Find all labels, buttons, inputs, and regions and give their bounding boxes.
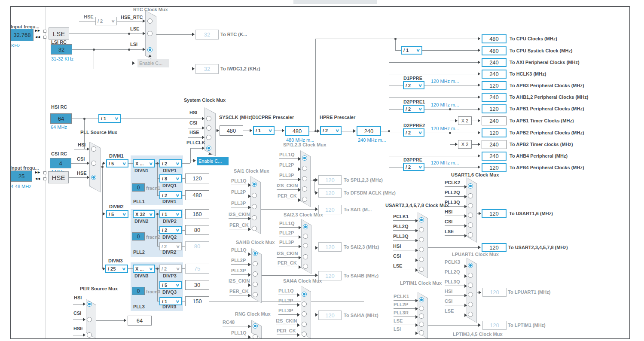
lse-input-frequency[interactable]: 32.768 <box>11 29 34 41</box>
sai4b-radio-pll2p[interactable] <box>253 261 258 266</box>
pll3-p-value[interactable]: 75 <box>185 264 209 274</box>
d3ppre-dropdown[interactable]: / 2∨ <box>403 163 424 171</box>
d1cpre-value[interactable]: 480 <box>285 126 309 136</box>
lpuart1-radio-lse[interactable] <box>468 312 473 317</box>
usart16-radio-pll3q[interactable] <box>468 203 473 208</box>
sys-radio-csi[interactable] <box>206 125 211 131</box>
pllsrc-radio-csi[interactable] <box>91 161 96 166</box>
pll1-r-value[interactable]: 480 <box>185 190 209 200</box>
sys-radio-hsi[interactable] <box>206 116 211 121</box>
d2ppre2-dropdown[interactable]: / 2∨ <box>403 128 424 137</box>
to-spi-value[interactable]: 120 <box>318 175 342 185</box>
to-dfsdm-value[interactable]: 120 <box>318 188 342 198</box>
sai1-radio-pll2p[interactable] <box>252 193 257 198</box>
to-lptim1-value[interactable]: 120 <box>482 321 507 330</box>
hse-input-frequency[interactable]: 25 <box>11 170 32 182</box>
to-rtc-value[interactable]: 32 <box>195 30 219 40</box>
sai1-radio-pll3p[interactable] <box>252 204 257 209</box>
to-usart16-value[interactable]: 120 <box>482 209 507 218</box>
systick-divider-dropdown[interactable]: / 1∨ <box>401 46 422 55</box>
lpuart1-radio-csi[interactable] <box>468 302 473 307</box>
spi-radio-pll2p[interactable] <box>302 166 307 171</box>
sai4b-radio-per-ck[interactable] <box>253 292 258 297</box>
to-sai23-value[interactable]: 120 <box>318 242 342 252</box>
rtc-mux-radio-lse[interactable] <box>147 31 153 36</box>
rtc-mux-radio-lsi[interactable] <box>147 47 153 52</box>
to-iwdg-value[interactable]: 32 <box>195 64 219 74</box>
sai23-radio-per-ck[interactable] <box>303 264 308 269</box>
persrc-radio-hsi[interactable] <box>87 301 92 307</box>
hsi-divider-dropdown[interactable]: / 1∨ <box>98 114 121 123</box>
sai4a-radio-pll1q[interactable] <box>302 292 307 297</box>
fracn3-value[interactable]: 0 <box>132 287 145 295</box>
usart2-radio-pll2q[interactable] <box>419 227 424 232</box>
sai23-radio-pll3p[interactable] <box>303 243 308 248</box>
divp1-dropdown[interactable]: / 2∨ <box>159 159 182 167</box>
sys-radio-hse[interactable] <box>206 135 211 140</box>
hpre-value[interactable]: 240 <box>357 126 381 136</box>
spi-radio-pll3p[interactable] <box>302 176 307 181</box>
sai4b-radio-pll1q[interactable] <box>253 251 258 256</box>
sys-radio-pllclk[interactable] <box>206 146 211 151</box>
rtc-mux-radio-hse-rtc[interactable] <box>147 18 153 24</box>
rtc-enable-button[interactable]: Enable C... <box>137 59 169 67</box>
sai23-radio-i2s-ckin[interactable] <box>303 254 308 259</box>
lpuart1-radio-pll2q[interactable] <box>468 273 473 278</box>
pll3-r-value[interactable]: 150 <box>185 296 209 306</box>
sai1-radio-i2s-ckin[interactable] <box>252 215 257 220</box>
spi-radio-per-ck[interactable] <box>302 197 307 202</box>
divq2-dropdown[interactable]: / 2∨ <box>159 226 182 234</box>
lpuart1-radio-pclk3[interactable] <box>468 263 473 268</box>
apb3-clocks-value[interactable]: 120 <box>482 81 507 90</box>
pllsrc-radio-hse[interactable] <box>91 175 96 180</box>
cpu-clocks-value[interactable]: 480 <box>482 34 507 43</box>
sai23-radio-pll2p[interactable] <box>303 234 308 239</box>
lptim1-radio-pclk1[interactable] <box>419 297 424 302</box>
usart16-radio-pll2q[interactable] <box>468 193 473 198</box>
fracn1-value[interactable]: 0 <box>132 183 145 192</box>
pll2-r-value[interactable]: 80 <box>185 241 209 251</box>
sai4a-radio-pll2p[interactable] <box>302 301 307 307</box>
sys-enable-button[interactable]: Enable C... <box>197 157 229 165</box>
apb2-timer-clocks-value[interactable]: 240 <box>482 140 507 149</box>
rng-radio-pll1q[interactable] <box>253 334 258 339</box>
sai4a-radio-per-ck[interactable] <box>302 332 307 337</box>
apb1-clocks-value[interactable]: 120 <box>482 104 507 113</box>
sai1-radio-pll1q[interactable] <box>252 182 257 187</box>
apb1-timer-clocks-value[interactable]: 240 <box>482 116 507 125</box>
divp2-dropdown[interactable]: / 1∨ <box>159 210 182 218</box>
usart16-radio-hsi[interactable] <box>468 213 473 218</box>
lptim1-radio-pll2p[interactable] <box>419 306 424 311</box>
apb4-clocks-value[interactable]: 120 <box>482 163 507 172</box>
hse-button[interactable]: HSE <box>48 171 69 183</box>
usart16-radio-csi[interactable] <box>468 222 473 228</box>
divp3-dropdown[interactable]: / 2∨ <box>159 265 182 273</box>
pll2-q-value[interactable]: 80 <box>185 225 209 235</box>
axi-clocks-value[interactable]: 240 <box>482 58 507 67</box>
lpuart1-radio-pll3q[interactable] <box>468 283 473 288</box>
sysclk-value[interactable]: 480 <box>220 125 243 136</box>
divn2-dropdown[interactable]: X 32∨ <box>133 210 155 218</box>
lpuart1-radio-hsi[interactable] <box>468 292 473 297</box>
pll3-q-value[interactable]: 30 <box>185 280 209 290</box>
usart2-radio-pclk1[interactable] <box>419 217 424 222</box>
usart16-radio-pclk2[interactable] <box>468 183 473 189</box>
pll1-q-value[interactable]: 120 <box>185 174 209 183</box>
usart2-radio-csi[interactable] <box>419 257 424 262</box>
divm3-dropdown[interactable]: / 25∨ <box>105 265 128 273</box>
sai4a-radio-pll3p[interactable] <box>302 311 307 317</box>
d2ppre1-dropdown[interactable]: / 2∨ <box>403 105 424 113</box>
to-usart2-value[interactable]: 120 <box>482 243 507 252</box>
sai4a-radio-i2s-ckin[interactable] <box>302 322 307 327</box>
divq1-dropdown[interactable]: / 8∨ <box>159 174 182 183</box>
divr1-dropdown[interactable]: / 2∨ <box>159 191 182 199</box>
rng-radio-rc48[interactable] <box>253 323 258 329</box>
sai23-radio-pll1q[interactable] <box>303 224 308 229</box>
hclk3-value[interactable]: 240 <box>482 70 507 79</box>
horizontal-scrollbar-thumb[interactable] <box>293 0 377 4</box>
to-sai4a-value[interactable]: 120 <box>318 311 342 320</box>
lptim1-radio-lsi[interactable] <box>419 330 424 335</box>
divn1-dropdown[interactable]: X ...∨ <box>133 159 155 167</box>
to-sai4b-value[interactable]: 120 <box>318 271 342 280</box>
usart16-radio-lse[interactable] <box>468 232 473 237</box>
